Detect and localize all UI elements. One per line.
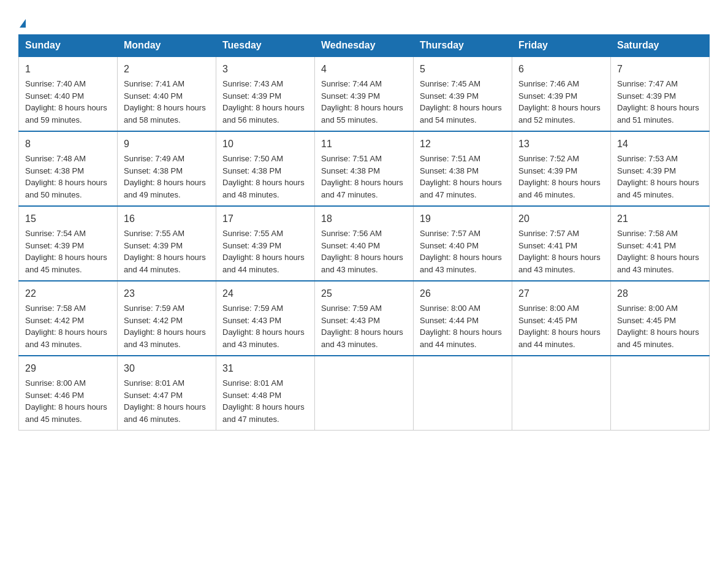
- day-number: 18: [321, 212, 407, 226]
- day-sunrise: Sunrise: 7:43 AM: [222, 79, 283, 88]
- day-daylight-line2: and 54 minutes.: [420, 115, 477, 124]
- weekday-header-sunday: Sunday: [19, 35, 118, 57]
- day-sunrise: Sunrise: 7:45 AM: [420, 79, 480, 88]
- day-sunset: Sunset: 4:39 PM: [222, 91, 281, 101]
- day-sunset: Sunset: 4:38 PM: [124, 166, 183, 175]
- calendar-cell: 31Sunrise: 8:01 AMSunset: 4:48 PMDayligh…: [216, 356, 315, 431]
- calendar-week-row: 15Sunrise: 7:54 AMSunset: 4:39 PMDayligh…: [19, 206, 710, 281]
- day-sunrise: Sunrise: 7:40 AM: [25, 79, 86, 88]
- day-sunrise: Sunrise: 8:00 AM: [518, 304, 579, 313]
- calendar-cell: 7Sunrise: 7:47 AMSunset: 4:39 PMDaylight…: [611, 56, 710, 131]
- day-sunset: Sunset: 4:38 PM: [420, 166, 479, 175]
- day-daylight-line1: Daylight: 8 hours hours: [124, 327, 206, 337]
- day-sunset: Sunset: 4:44 PM: [420, 316, 479, 325]
- calendar-cell: 4Sunrise: 7:44 AMSunset: 4:39 PMDaylight…: [315, 56, 414, 131]
- day-sunset: Sunset: 4:43 PM: [222, 316, 281, 325]
- day-number: 8: [25, 137, 111, 151]
- calendar-cell: 16Sunrise: 7:55 AMSunset: 4:39 PMDayligh…: [118, 206, 216, 281]
- day-daylight-line2: and 46 minutes.: [124, 415, 181, 424]
- calendar-cell: 30Sunrise: 8:01 AMSunset: 4:47 PMDayligh…: [118, 356, 216, 431]
- day-daylight-line2: and 52 minutes.: [518, 115, 575, 124]
- day-sunset: Sunset: 4:42 PM: [124, 316, 183, 325]
- calendar-cell: 12Sunrise: 7:51 AMSunset: 4:38 PMDayligh…: [414, 131, 512, 206]
- day-number: 3: [222, 62, 308, 77]
- weekday-header-wednesday: Wednesday: [315, 35, 414, 57]
- day-number: 10: [222, 137, 308, 151]
- day-sunset: Sunset: 4:38 PM: [321, 166, 380, 175]
- day-number: 24: [222, 286, 308, 301]
- day-number: 14: [617, 137, 703, 151]
- day-daylight-line2: and 43 minutes.: [222, 340, 279, 349]
- calendar-table: SundayMondayTuesdayWednesdayThursdayFrid…: [18, 34, 710, 431]
- day-daylight-line1: Daylight: 8 hours hours: [617, 327, 699, 337]
- day-sunrise: Sunrise: 7:54 AM: [25, 229, 86, 238]
- day-daylight-line1: Daylight: 8 hours hours: [617, 253, 699, 262]
- day-daylight-line1: Daylight: 8 hours hours: [124, 178, 206, 187]
- day-daylight-line2: and 55 minutes.: [321, 115, 378, 124]
- day-daylight-line2: and 45 minutes.: [617, 340, 674, 349]
- day-sunset: Sunset: 4:39 PM: [518, 166, 577, 175]
- day-number: 2: [124, 62, 210, 77]
- day-daylight-line2: and 59 minutes.: [25, 115, 82, 124]
- day-number: 19: [420, 212, 506, 226]
- day-sunrise: Sunrise: 7:46 AM: [518, 79, 579, 88]
- calendar-week-row: 22Sunrise: 7:58 AMSunset: 4:42 PMDayligh…: [19, 281, 710, 356]
- day-sunset: Sunset: 4:39 PM: [420, 91, 479, 101]
- day-sunrise: Sunrise: 8:01 AM: [124, 378, 184, 388]
- day-number: 31: [222, 361, 308, 376]
- day-number: 27: [518, 286, 604, 301]
- day-sunrise: Sunrise: 7:58 AM: [25, 304, 86, 313]
- day-daylight-line2: and 45 minutes.: [617, 190, 674, 199]
- calendar-week-row: 29Sunrise: 8:00 AMSunset: 4:46 PMDayligh…: [19, 356, 710, 431]
- calendar-cell: 13Sunrise: 7:52 AMSunset: 4:39 PMDayligh…: [512, 131, 611, 206]
- day-daylight-line1: Daylight: 8 hours hours: [25, 327, 107, 337]
- calendar-cell: 22Sunrise: 7:58 AMSunset: 4:42 PMDayligh…: [19, 281, 118, 356]
- day-daylight-line1: Daylight: 8 hours hours: [518, 327, 601, 337]
- day-sunset: Sunset: 4:39 PM: [617, 166, 676, 175]
- day-sunrise: Sunrise: 7:48 AM: [25, 154, 86, 163]
- day-daylight-line2: and 44 minutes.: [124, 265, 181, 274]
- day-sunset: Sunset: 4:40 PM: [420, 241, 479, 250]
- weekday-header-row: SundayMondayTuesdayWednesdayThursdayFrid…: [19, 35, 710, 57]
- day-sunrise: Sunrise: 7:49 AM: [124, 154, 184, 163]
- day-daylight-line1: Daylight: 8 hours hours: [518, 178, 601, 187]
- calendar-cell: 23Sunrise: 7:59 AMSunset: 4:42 PMDayligh…: [118, 281, 216, 356]
- day-daylight-line1: Daylight: 8 hours hours: [222, 103, 305, 112]
- day-sunset: Sunset: 4:39 PM: [518, 91, 577, 101]
- calendar-cell: 14Sunrise: 7:53 AMSunset: 4:39 PMDayligh…: [611, 131, 710, 206]
- day-daylight-line1: Daylight: 8 hours hours: [518, 253, 601, 262]
- day-sunrise: Sunrise: 8:01 AM: [222, 378, 283, 388]
- day-sunrise: Sunrise: 7:59 AM: [124, 304, 184, 313]
- day-daylight-line2: and 44 minutes.: [222, 265, 279, 274]
- day-number: 7: [617, 62, 703, 77]
- calendar-cell: 24Sunrise: 7:59 AMSunset: 4:43 PMDayligh…: [216, 281, 315, 356]
- day-daylight-line2: and 43 minutes.: [25, 340, 82, 349]
- day-sunset: Sunset: 4:40 PM: [25, 91, 84, 101]
- day-sunset: Sunset: 4:41 PM: [617, 241, 676, 250]
- day-number: 12: [420, 137, 506, 151]
- day-sunset: Sunset: 4:46 PM: [25, 391, 84, 400]
- day-number: 11: [321, 137, 407, 151]
- day-number: 26: [420, 286, 506, 301]
- calendar-cell: 29Sunrise: 8:00 AMSunset: 4:46 PMDayligh…: [19, 356, 118, 431]
- calendar-cell: 21Sunrise: 7:58 AMSunset: 4:41 PMDayligh…: [611, 206, 710, 281]
- calendar-cell: 6Sunrise: 7:46 AMSunset: 4:39 PMDaylight…: [512, 56, 611, 131]
- calendar-cell: 17Sunrise: 7:55 AMSunset: 4:39 PMDayligh…: [216, 206, 315, 281]
- day-sunrise: Sunrise: 7:52 AM: [518, 154, 579, 163]
- day-daylight-line1: Daylight: 8 hours hours: [321, 327, 403, 337]
- day-daylight-line2: and 48 minutes.: [222, 190, 279, 199]
- day-sunrise: Sunrise: 7:51 AM: [420, 154, 480, 163]
- day-number: 15: [25, 212, 111, 226]
- calendar-cell: 18Sunrise: 7:56 AMSunset: 4:40 PMDayligh…: [315, 206, 414, 281]
- day-sunrise: Sunrise: 7:59 AM: [321, 304, 382, 313]
- day-daylight-line2: and 47 minutes.: [222, 415, 279, 424]
- day-sunset: Sunset: 4:45 PM: [518, 316, 577, 325]
- day-number: 4: [321, 62, 407, 77]
- day-number: 28: [617, 286, 703, 301]
- day-daylight-line2: and 49 minutes.: [124, 190, 181, 199]
- calendar-cell: [611, 356, 710, 431]
- day-daylight-line1: Daylight: 8 hours hours: [124, 103, 206, 112]
- day-daylight-line1: Daylight: 8 hours hours: [25, 103, 107, 112]
- day-daylight-line2: and 47 minutes.: [321, 190, 378, 199]
- calendar-cell: 3Sunrise: 7:43 AMSunset: 4:39 PMDaylight…: [216, 56, 315, 131]
